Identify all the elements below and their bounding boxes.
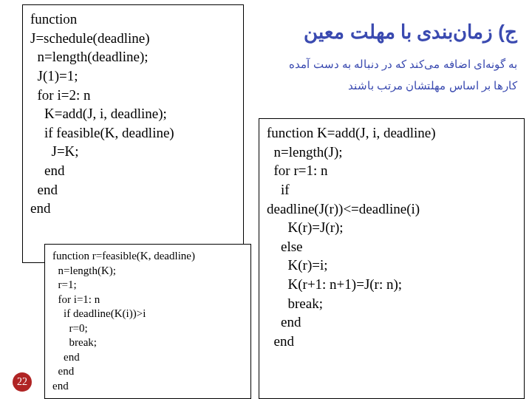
code-schedule: function J=schedule(deadline) n=length(d… — [30, 10, 236, 218]
code-line: end — [30, 182, 58, 197]
code-line: function r=feasible(K, deadline) — [52, 250, 195, 262]
code-add: function K=add(J, i, deadline) n=length(… — [267, 123, 516, 351]
slide: ج) زمان‌بندی با مهلت معین به گونه‌ای اضا… — [0, 0, 532, 399]
code-line: break; — [52, 336, 97, 348]
code-line: K(r)=J(r); — [267, 219, 344, 235]
code-line: n=length(J); — [267, 144, 343, 160]
code-line: if — [267, 182, 290, 197]
page-number-badge: 22 — [13, 372, 32, 392]
code-line: end — [267, 333, 294, 349]
code-line: J(1)=1; — [30, 68, 78, 83]
code-box-schedule: function J=schedule(deadline) n=length(d… — [22, 4, 244, 263]
code-box-add: function K=add(J, i, deadline) n=length(… — [259, 118, 525, 399]
header-right: ج) زمان‌بندی با مهلت معین به گونه‌ای اضا… — [266, 21, 517, 96]
code-line: K(r+1: n+1)=J(r: n); — [267, 276, 402, 292]
code-line: end — [267, 314, 301, 330]
code-line: function — [30, 11, 77, 27]
code-line: end — [52, 380, 69, 392]
code-line: else — [267, 239, 303, 254]
code-line: J=schedule(deadline) — [30, 30, 150, 46]
code-line: n=length(K); — [52, 265, 116, 276]
code-line: if deadline(K(i))>i — [52, 307, 146, 319]
code-line: K=add(J, i, deadline); — [30, 106, 167, 121]
code-line: r=0; — [52, 322, 88, 334]
page-number: 22 — [17, 376, 27, 388]
code-line: deadline(J(r))<=deadline(i) — [267, 201, 420, 216]
code-line: J=K; — [30, 143, 79, 159]
code-line: end — [30, 200, 50, 216]
code-feasible: function r=feasible(K, deadline) n=lengt… — [52, 249, 243, 393]
code-line: end — [30, 163, 64, 178]
code-line: r=1; — [52, 279, 77, 290]
code-line: for i=2: n — [30, 87, 90, 103]
code-line: n=length(deadline); — [30, 49, 149, 64]
code-line: for i=1: n — [52, 293, 100, 305]
code-line: end — [52, 351, 80, 363]
code-line: if feasible(K, deadline) — [30, 125, 174, 140]
code-line: break; — [267, 296, 323, 311]
code-line: function K=add(J, i, deadline) — [267, 125, 436, 140]
title-persian: ج) زمان‌بندی با مهلت معین — [266, 21, 517, 44]
description-persian: به گونه‌ای اضافه می‌کند که در دنباله به … — [266, 54, 517, 96]
code-line: K(r)=i; — [267, 257, 327, 273]
code-line: end — [52, 365, 74, 377]
code-line: for r=1: n — [267, 163, 327, 178]
code-box-feasible: function r=feasible(K, deadline) n=lengt… — [44, 244, 251, 399]
